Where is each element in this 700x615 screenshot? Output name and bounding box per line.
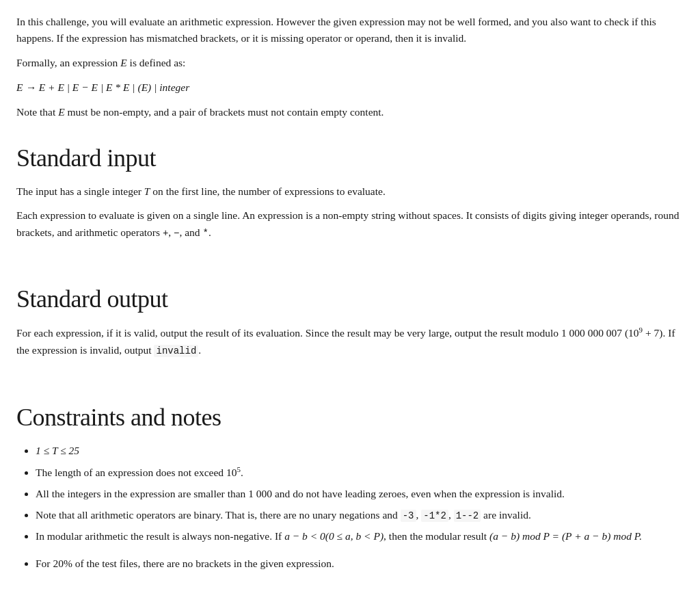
ci4-code3: 1--2 [454,510,481,522]
standard-input-body: The input has a single integer T on the … [16,183,684,241]
constraint-item-6: For 20% of the test files, there are no … [36,555,684,573]
ci3-text: All the integers in the expression are s… [36,488,565,499]
constraint-item-2: The length of an expression does not exc… [36,464,684,482]
constraints-list-2: For 20% of the test files, there are no … [36,555,684,573]
ci5-text: In modular arithmetic the result is alwa… [36,530,642,542]
intro-p2-suffix: is defined as: [127,57,186,68]
standard-output-p1: For each expression, if it is valid, out… [16,324,684,359]
spacer2 [16,381,684,393]
standard-input-heading: Standard input [16,140,684,176]
ci1-text: 1 ≤ T ≤ 25 [36,445,79,456]
constraint-item-4: Note that all arithmetic operators are b… [36,507,684,524]
standard-output-body: For each expression, if it is valid, out… [16,324,684,359]
op-comma2: , and [179,226,202,238]
standard-output-heading: Standard output [16,280,684,317]
op-period: . [208,226,211,238]
note-suffix: must be non-empty, and a pair of bracket… [65,106,384,118]
si-p2-text: Each expression to evaluate is given on … [16,209,679,238]
constraint-item-1: 1 ≤ T ≤ 25 [36,443,684,460]
si-p1-prefix: The input has a single integer [16,185,144,197]
ci6-text: For 20% of the test files, there are no … [36,558,334,569]
intro-p2-prefix: Formally, an expression [16,57,120,68]
constraints-section: Constraints and notes 1 ≤ T ≤ 25 The len… [16,399,684,573]
ci4-suffix: are invalid. [483,509,531,521]
ci2-suffix: . [241,467,243,478]
op-comma1: , [168,226,174,238]
so-p1-end: . [198,344,201,356]
ci4-code2: -1*2 [421,510,448,522]
ci4-comma2: , [448,509,454,521]
note-prefix: Note that [16,106,58,118]
note-e-var: E [58,106,64,118]
note-text: Note that E must be non-empty, and a pai… [16,104,684,120]
ci4-code1: -3 [401,510,416,522]
standard-output-section: Standard output For each expression, if … [16,280,684,359]
standard-input-p1: The input has a single integer T on the … [16,183,684,200]
invalid-code: invalid [154,345,198,357]
ci2-prefix: The length of an expression does not exc… [36,467,237,478]
so-p1-text: For each expression, if it is valid, out… [16,328,639,339]
intro-p1: In this challenge, you will evaluate an … [16,14,684,47]
operator-star: * [202,228,208,239]
constraint-item-5: In modular arithmetic the result is alwa… [36,528,684,545]
constraints-heading: Constraints and notes [16,399,684,436]
standard-input-section: Standard input The input has a single in… [16,140,684,241]
intro-e-var: E [120,57,126,68]
constraints-list: 1 ≤ T ≤ 25 The length of an expression d… [36,443,684,545]
spacer1 [16,263,684,275]
formal-definition: E → E + E | E − E | E * E | (E) | intege… [16,79,684,96]
constraint-item-3: All the integers in the expression are s… [36,486,684,503]
standard-input-p2: Each expression to evaluate is given on … [16,207,684,241]
ci4-text: Note that all arithmetic operators are b… [36,509,398,521]
si-p1-suffix: on the first line, the number of express… [150,185,385,197]
intro-section: In this challenge, you will evaluate an … [16,14,684,120]
intro-p2: Formally, an expression E is defined as: [16,55,684,71]
